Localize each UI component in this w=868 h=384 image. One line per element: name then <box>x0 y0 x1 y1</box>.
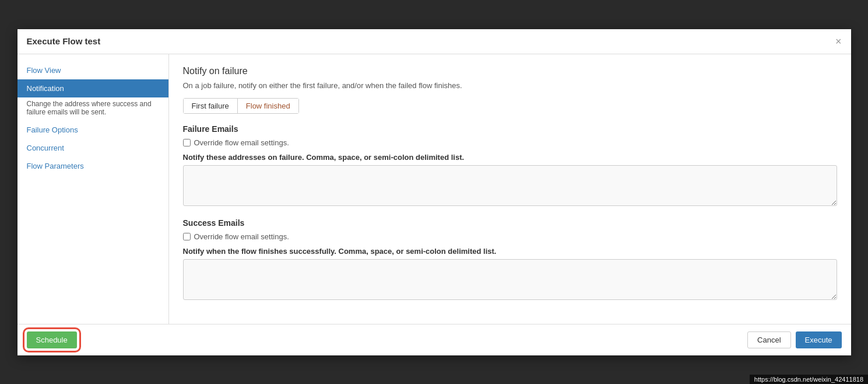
sidebar-item-concurrent[interactable]: Concurrent <box>17 139 168 157</box>
failure-override-checkbox[interactable] <box>183 139 191 146</box>
modal-header: Execute Flow test × <box>17 29 851 54</box>
sidebar-item-flow-view[interactable]: Flow View <box>17 61 168 79</box>
close-button[interactable]: × <box>835 36 842 47</box>
execute-button[interactable]: Execute <box>796 331 842 348</box>
schedule-button[interactable]: Schedule <box>27 331 77 348</box>
sidebar-description: Change the address where success and fai… <box>17 97 168 121</box>
toggle-flow-finished[interactable]: Flow finished <box>238 99 298 113</box>
success-emails-title: Success Emails <box>183 218 837 228</box>
success-addresses-label: Notify when the flow finishes successful… <box>183 247 837 256</box>
modal-footer: Schedule Cancel Execute <box>17 324 851 355</box>
sidebar: Flow View Notification Change the addres… <box>17 54 169 324</box>
notify-toggle-group: First failure Flow finished <box>183 98 299 114</box>
success-emails-textarea[interactable] <box>183 259 837 300</box>
footer-right-actions: Cancel Execute <box>747 331 841 348</box>
modal-title: Execute Flow test <box>27 36 101 46</box>
sidebar-item-flow-parameters[interactable]: Flow Parameters <box>17 157 168 175</box>
success-override-checkbox[interactable] <box>183 233 191 240</box>
toggle-first-failure[interactable]: First failure <box>184 99 238 113</box>
success-override-row: Override flow email settings. <box>183 232 837 241</box>
failure-emails-textarea[interactable] <box>183 165 837 206</box>
modal-body: Flow View Notification Change the addres… <box>17 54 851 324</box>
failure-override-row: Override flow email settings. <box>183 138 837 147</box>
sidebar-item-notification[interactable]: Notification <box>17 79 168 97</box>
main-content: Notify on failure On a job failure, noti… <box>169 54 851 324</box>
notify-section-title: Notify on failure <box>183 66 837 76</box>
notify-section-description: On a job failure, notify on either the f… <box>183 81 837 90</box>
url-bar: https://blog.csdn.net/weixin_42411818 <box>750 375 868 384</box>
failure-addresses-label: Notify these addresses on failure. Comma… <box>183 153 837 162</box>
cancel-button[interactable]: Cancel <box>747 331 790 348</box>
failure-emails-title: Failure Emails <box>183 124 837 134</box>
execute-flow-modal: Execute Flow test × Flow View Notificati… <box>17 29 851 355</box>
sidebar-item-failure-options[interactable]: Failure Options <box>17 121 168 139</box>
success-override-label: Override flow email settings. <box>194 232 289 241</box>
failure-override-label: Override flow email settings. <box>194 138 289 147</box>
